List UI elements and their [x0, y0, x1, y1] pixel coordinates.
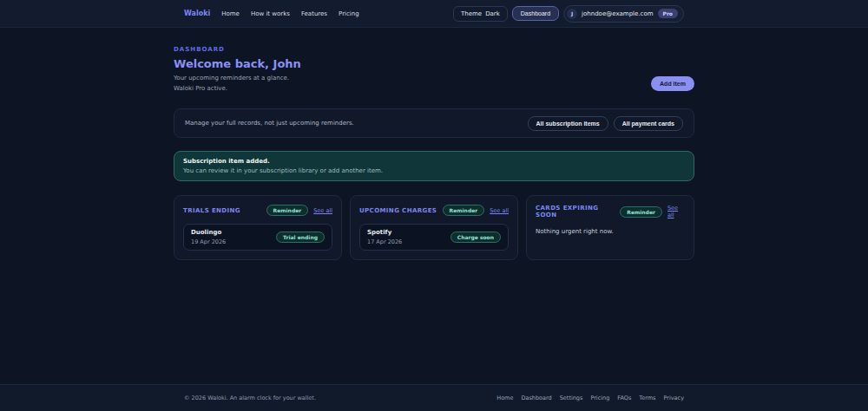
item-info: Spotify 17 Apr 2026: [367, 229, 402, 245]
item-name: Duolingo: [191, 229, 226, 236]
card-header: UPCOMING CHARGES Reminder See all: [359, 205, 509, 216]
card-title-cards-expiring: CARDS EXPIRING SOON: [536, 205, 620, 219]
nav-link-features[interactable]: Features: [301, 10, 327, 17]
card-title-upcoming-charges: UPCOMING CHARGES: [359, 207, 437, 214]
card-header: TRIALS ENDING Reminder See all: [183, 205, 332, 216]
nav-left: Waloki Home How it works Features Pricin…: [184, 10, 359, 17]
card-header-right: Reminder See all: [443, 205, 509, 216]
hero-section: DASHBOARD Welcome back, John Your upcomi…: [174, 28, 694, 92]
manage-records-text: Manage your full records, not just upcom…: [185, 120, 354, 127]
hero-text: DASHBOARD Welcome back, John Your upcomi…: [174, 46, 301, 92]
add-item-button[interactable]: Add item: [651, 76, 694, 91]
upcoming-charges-card: UPCOMING CHARGES Reminder See all Spotif…: [350, 195, 518, 260]
manage-actions: All subscription items All payment cards: [528, 116, 683, 131]
success-banner: Subscription item added. You can review …: [174, 151, 694, 181]
nav-link-pricing[interactable]: Pricing: [339, 10, 359, 17]
summary-cards-row: TRIALS ENDING Reminder See all Duolingo …: [174, 195, 694, 260]
item-date: 17 Apr 2026: [367, 238, 402, 245]
footer: © 2026 Waloki. An alarm clock for your w…: [0, 384, 868, 411]
list-item[interactable]: Duolingo 19 Apr 2026 Trial ending: [183, 224, 332, 251]
cards-expiring-card: CARDS EXPIRING SOON Reminder See all Not…: [526, 195, 694, 260]
card-header-right: Reminder See all: [266, 205, 332, 216]
all-subscription-items-button[interactable]: All subscription items: [528, 116, 608, 131]
footer-link-settings[interactable]: Settings: [560, 395, 583, 401]
reminder-badge: Reminder: [443, 205, 485, 216]
item-info: Duolingo 19 Apr 2026: [191, 229, 226, 245]
nav-link-how-it-works[interactable]: How it works: [251, 10, 290, 17]
reminder-badge: Reminder: [266, 205, 309, 216]
trial-ending-tag: Trial ending: [276, 232, 325, 243]
top-navbar: Waloki Home How it works Features Pricin…: [0, 0, 868, 28]
nav-link-home[interactable]: Home: [221, 10, 240, 17]
manage-records-bar: Manage your full records, not just upcom…: [174, 108, 694, 138]
page-title: Welcome back, John: [174, 57, 301, 70]
success-banner-body: You can review it in your subscription l…: [183, 167, 685, 174]
trials-ending-card: TRIALS ENDING Reminder See all Duolingo …: [174, 195, 342, 260]
item-name: Spotify: [367, 229, 402, 236]
user-email: johndoe@example.com: [582, 10, 653, 17]
dashboard-button[interactable]: Dashboard: [512, 6, 559, 21]
charge-soon-tag: Charge soon: [450, 232, 501, 243]
page-subtitle: Your upcoming reminders at a glance.: [174, 75, 301, 82]
item-date: 19 Apr 2026: [191, 238, 226, 245]
pro-status-text: Waloki Pro active.: [174, 85, 301, 92]
brand-logo[interactable]: Waloki: [184, 10, 210, 17]
see-all-link-cards[interactable]: See all: [667, 205, 685, 219]
reminder-badge: Reminder: [620, 206, 662, 218]
footer-link-home[interactable]: Home: [496, 395, 513, 401]
see-all-link-trials[interactable]: See all: [313, 207, 332, 214]
copyright-text: © 2026 Waloki. An alarm clock for your w…: [184, 395, 316, 401]
footer-link-pricing[interactable]: Pricing: [590, 395, 609, 401]
theme-toggle[interactable]: Theme Dark: [453, 6, 508, 22]
theme-label: Theme: [461, 10, 482, 17]
list-item[interactable]: Spotify 17 Apr 2026 Charge soon: [359, 224, 509, 251]
breadcrumb: DASHBOARD: [174, 46, 301, 53]
user-menu[interactable]: J johndoe@example.com Pro: [563, 5, 684, 23]
footer-link-privacy[interactable]: Privacy: [663, 395, 684, 401]
footer-links: Home Dashboard Settings Pricing FAQs Ter…: [496, 395, 684, 401]
all-payment-cards-button[interactable]: All payment cards: [614, 116, 683, 131]
footer-link-faqs[interactable]: FAQs: [617, 395, 631, 401]
footer-link-terms[interactable]: Terms: [639, 395, 655, 401]
main-content: DASHBOARD Welcome back, John Your upcomi…: [0, 28, 868, 384]
theme-value: Dark: [485, 10, 500, 17]
card-title-trials-ending: TRIALS ENDING: [183, 207, 240, 214]
pro-badge: Pro: [658, 9, 678, 18]
see-all-link-charges[interactable]: See all: [490, 207, 509, 214]
success-banner-title: Subscription item added.: [183, 158, 685, 165]
card-header: CARDS EXPIRING SOON Reminder See all: [536, 205, 685, 219]
card-header-right: Reminder See all: [620, 205, 685, 219]
nav-right: Theme Dark Dashboard J johndoe@example.c…: [453, 5, 684, 23]
empty-state-text: Nothing urgent right now.: [536, 228, 685, 235]
footer-link-dashboard[interactable]: Dashboard: [521, 395, 551, 401]
avatar: J: [567, 9, 577, 19]
